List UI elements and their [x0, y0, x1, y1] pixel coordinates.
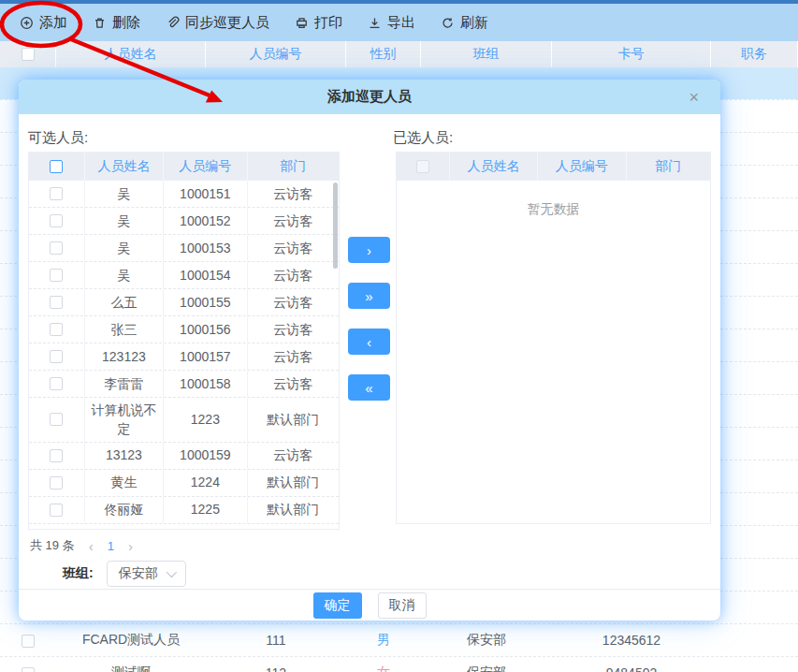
pagination: 共 19 条 ‹ 1 › — [30, 537, 133, 554]
toolbar-button-add[interactable]: 添加 — [20, 14, 67, 32]
row-checkbox[interactable] — [50, 323, 63, 336]
selected-personnel-table: 人员姓名人员编号部门 暂无数据 — [396, 152, 711, 524]
cell-card: 12345612 — [552, 633, 711, 648]
cell-name: 么五 — [85, 289, 164, 315]
available-select-all-checkbox[interactable] — [50, 160, 63, 173]
cell-name: 吴 — [85, 181, 164, 207]
cell-dept: 云访客 — [248, 181, 339, 207]
available-row[interactable]: 李雷雷1000158云访客 — [29, 371, 339, 398]
cell-code: 1225 — [164, 497, 247, 523]
modal-header: 添加巡更人员 × — [19, 80, 720, 114]
modal-title: 添加巡更人员 — [327, 88, 412, 106]
cell-code: 1000158 — [164, 371, 247, 397]
cell-dept: 云访客 — [248, 443, 339, 469]
confirm-button[interactable]: 确定 — [313, 592, 362, 619]
pagination-total: 共 19 条 — [30, 537, 75, 554]
toolbar-button-label: 添加 — [39, 14, 67, 32]
row-checkbox[interactable] — [50, 187, 63, 200]
available-row[interactable]: 么五1000155云访客 — [29, 289, 339, 316]
toolbar-button-refresh[interactable]: 刷新 — [441, 14, 488, 32]
cell-code: 1000153 — [164, 235, 247, 261]
row-checkbox[interactable] — [50, 296, 63, 309]
table-row[interactable]: 测试啊112女保安部9484502 — [0, 656, 798, 672]
table-row[interactable]: FCARD测试人员111男保安部12345612 — [0, 623, 798, 656]
row-checkbox[interactable] — [50, 449, 63, 462]
toolbar-button-export[interactable]: 导出 — [368, 14, 415, 32]
team-select-value: 保安部 — [119, 565, 158, 582]
row-checkbox[interactable] — [50, 214, 63, 227]
print-icon — [295, 16, 309, 30]
cell-code: 111 — [206, 633, 346, 648]
main-column-header: 人员姓名 — [56, 41, 206, 67]
available-row[interactable]: 张三1000156云访客 — [29, 316, 339, 343]
available-row[interactable]: 131231000159云访客 — [29, 443, 339, 470]
row-checkbox[interactable] — [22, 667, 35, 672]
row-checkbox[interactable] — [50, 413, 63, 426]
cell-card: 9484502 — [552, 665, 711, 672]
scrollbar-thumb[interactable] — [333, 183, 338, 269]
toolbar-button-print[interactable]: 打印 — [295, 14, 342, 32]
move-all-left-button[interactable]: « — [348, 374, 390, 401]
empty-state-text: 暂无数据 — [397, 181, 710, 218]
next-page-button[interactable]: › — [128, 538, 133, 554]
cell-name: 佟丽娅 — [85, 497, 164, 523]
cell-name: 李雷雷 — [85, 371, 164, 397]
transfer-buttons: ›»‹« — [348, 237, 390, 401]
cell-dept: 云访客 — [248, 262, 339, 288]
available-row[interactable]: 吴1000152云访客 — [29, 208, 339, 235]
available-row[interactable]: 吴1000151云访客 — [29, 181, 339, 208]
cell-dept: 云访客 — [248, 289, 339, 315]
cell-dept: 云访客 — [248, 371, 339, 397]
row-checkbox[interactable] — [50, 377, 63, 390]
cell-name: 吴 — [85, 262, 164, 288]
cell-dept: 默认部门 — [248, 497, 339, 523]
cell-dept: 云访客 — [248, 208, 339, 234]
move-right-button[interactable]: › — [348, 237, 390, 263]
main-column-header: 性别 — [346, 41, 421, 67]
available-row[interactable]: 吴1000154云访客 — [29, 262, 339, 289]
cell-dept: 默认部门 — [248, 398, 339, 442]
patrol-personnel-page: 添加删除同步巡更人员打印导出刷新 人员姓名人员编号性别班组卡号职务 FCARD测… — [0, 0, 798, 672]
cell-code: 1000152 — [164, 208, 247, 234]
cell-code: 1000154 — [164, 262, 247, 288]
toolbar-button-delete[interactable]: 删除 — [93, 14, 140, 32]
prev-page-button[interactable]: ‹ — [89, 538, 94, 554]
cell-dept: 云访客 — [248, 235, 339, 261]
sync-icon — [166, 16, 180, 30]
row-checkbox[interactable] — [50, 504, 63, 517]
cell-name: 吴 — [85, 235, 164, 261]
column-header: 人员编号 — [538, 153, 626, 181]
available-row[interactable]: 吴1000153云访客 — [29, 235, 339, 262]
available-row[interactable]: 1231231000157云访客 — [29, 343, 339, 371]
team-select[interactable]: 保安部 — [107, 561, 186, 587]
toolbar-button-label: 打印 — [314, 14, 342, 32]
toolbar-button-label: 刷新 — [460, 14, 488, 32]
cell-name: 123123 — [85, 343, 164, 370]
selected-select-all-checkbox[interactable] — [416, 160, 429, 173]
cell-dept: 默认部门 — [248, 470, 339, 496]
row-checkbox[interactable] — [50, 476, 63, 489]
row-checkbox[interactable] — [50, 269, 63, 282]
move-all-right-button[interactable]: » — [348, 283, 390, 309]
export-icon — [368, 16, 382, 30]
row-checkbox[interactable] — [50, 241, 63, 255]
toolbar-button-sync[interactable]: 同步巡更人员 — [166, 14, 269, 32]
close-icon[interactable]: × — [689, 89, 699, 106]
move-left-button[interactable]: ‹ — [348, 329, 390, 355]
main-column-header: 人员编号 — [206, 41, 346, 67]
modal-footer: 确定 取消 — [19, 589, 720, 621]
current-page[interactable]: 1 — [108, 539, 114, 553]
main-column-header: 班组 — [421, 41, 552, 67]
available-row[interactable]: 黄生1224默认部门 — [29, 470, 339, 497]
toolbar-button-label: 删除 — [112, 14, 140, 32]
row-checkbox[interactable] — [22, 635, 35, 648]
select-all-checkbox[interactable] — [22, 48, 35, 61]
toolbar-button-label: 导出 — [387, 14, 415, 32]
available-row[interactable]: 计算机说不定1223默认部门 — [29, 398, 339, 443]
cell-dept: 云访客 — [248, 316, 339, 343]
row-checkbox[interactable] — [50, 350, 63, 363]
cancel-button[interactable]: 取消 — [378, 592, 427, 619]
cell-name: 13123 — [85, 443, 164, 469]
cell-team: 保安部 — [421, 632, 552, 649]
available-row[interactable]: 佟丽娅1225默认部门 — [29, 497, 339, 524]
